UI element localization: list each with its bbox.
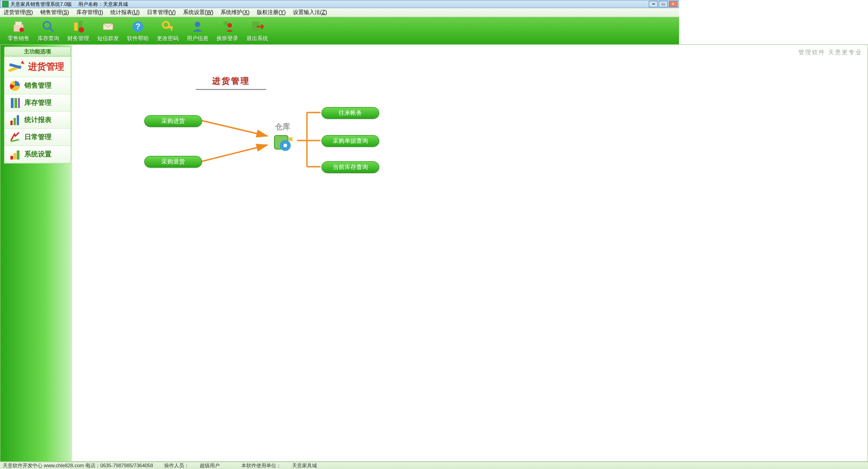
svg-rect-24 bbox=[18, 98, 20, 108]
sidebar-item-label: 库存管理 bbox=[24, 98, 52, 107]
menu-z[interactable]: 设置输入法(Z) bbox=[293, 9, 327, 16]
window-maximize-button[interactable]: ▭ bbox=[659, 1, 668, 7]
svg-text:?: ? bbox=[136, 22, 141, 31]
menu-y[interactable]: 版权注册(Y) bbox=[257, 9, 286, 16]
svg-rect-13 bbox=[171, 28, 172, 31]
toolbar-label: 更改密码 bbox=[157, 35, 179, 42]
toolbar-sms-button[interactable]: 短信群发 bbox=[93, 19, 123, 42]
flow-diagram: 采购进货 采购退货 往来帐务 采购单据查询 当前库存查询 仓库 bbox=[135, 103, 379, 194]
retail-icon bbox=[11, 19, 26, 34]
svg-point-2 bbox=[19, 28, 24, 32]
warehouse-label: 仓库 bbox=[269, 122, 296, 132]
svg-rect-28 bbox=[10, 156, 13, 159]
node-order-query[interactable]: 采购单据查询 bbox=[321, 135, 379, 147]
toolbar-stock-query-button[interactable]: 库存查询 bbox=[33, 19, 63, 42]
toolbar-label: 零售销售 bbox=[8, 35, 29, 42]
svg-point-7 bbox=[79, 27, 84, 33]
toolbar-shift-button[interactable]: 换班登录 bbox=[212, 19, 242, 42]
toolbar-help-button[interactable]: ?软件帮助 bbox=[123, 19, 153, 42]
toolbar-label: 软件帮助 bbox=[127, 35, 149, 42]
main-area: 主功能选项 进货管理 销售管理库存管理统计报表日常管理系统设置 管理软件 天意更… bbox=[0, 44, 679, 361]
sidebar: 主功能选项 进货管理 销售管理库存管理统计报表日常管理系统设置 bbox=[4, 47, 71, 164]
sidebar-item-label: 日常管理 bbox=[24, 133, 52, 141]
daily-icon bbox=[9, 131, 21, 143]
svg-point-16 bbox=[227, 23, 232, 28]
user-info-icon bbox=[190, 19, 205, 34]
sms-icon bbox=[101, 19, 115, 34]
toolbar-finance-button[interactable]: 财务管理 bbox=[63, 19, 93, 42]
stock-query-icon bbox=[41, 19, 56, 34]
toolbar-exit-button[interactable]: 退出系统 bbox=[242, 19, 272, 42]
sidebar-item-settings[interactable]: 系统设置 bbox=[5, 146, 71, 163]
svg-point-15 bbox=[223, 21, 228, 26]
toolbar-password-button[interactable]: 更改密码 bbox=[153, 19, 183, 42]
svg-rect-1 bbox=[15, 22, 22, 25]
sidebar-item-label: 销售管理 bbox=[24, 81, 52, 90]
sidebar-tab[interactable]: 主功能选项 bbox=[4, 47, 71, 56]
toolbar-retail-button[interactable]: 零售销售 bbox=[4, 19, 33, 42]
svg-rect-25 bbox=[10, 121, 13, 125]
svg-marker-20 bbox=[21, 61, 24, 64]
svg-point-14 bbox=[195, 22, 200, 27]
finance-icon bbox=[71, 19, 85, 34]
shift-icon bbox=[220, 19, 235, 34]
node-account[interactable]: 往来帐务 bbox=[321, 107, 379, 119]
sidebar-item-label: 统计报表 bbox=[24, 116, 52, 124]
svg-rect-29 bbox=[14, 153, 16, 159]
warehouse-icon bbox=[272, 133, 293, 152]
menu-r[interactable]: 进货管理(R) bbox=[4, 9, 33, 16]
toolbar-user-info-button[interactable]: 用户信息 bbox=[183, 19, 212, 42]
svg-rect-36 bbox=[289, 137, 292, 141]
svg-rect-22 bbox=[11, 98, 14, 108]
svg-rect-26 bbox=[14, 118, 16, 125]
sidebar-item-label: 系统设置 bbox=[24, 150, 52, 159]
menu-x[interactable]: 系统维护(X) bbox=[221, 9, 250, 16]
menu-i[interactable]: 库存管理(I) bbox=[76, 9, 103, 16]
svg-rect-12 bbox=[167, 26, 173, 28]
pencil-ruler-icon bbox=[7, 59, 25, 75]
sidebar-nav: 进货管理 销售管理库存管理统计报表日常管理系统设置 bbox=[4, 56, 71, 164]
menu-v[interactable]: 日常管理(V) bbox=[147, 9, 176, 16]
sidebar-item-daily[interactable]: 日常管理 bbox=[5, 129, 71, 146]
node-stock-query[interactable]: 当前库存查询 bbox=[321, 161, 379, 173]
toolbar-label: 财务管理 bbox=[67, 35, 89, 42]
svg-point-35 bbox=[283, 144, 287, 147]
toolbar-label: 退出系统 bbox=[246, 35, 268, 42]
node-purchase-in[interactable]: 采购进货 bbox=[144, 115, 202, 127]
window-minimize-button[interactable]: ━ bbox=[649, 1, 658, 7]
flow-title: 进货管理 bbox=[196, 75, 266, 90]
svg-rect-23 bbox=[14, 98, 17, 108]
inventory-icon bbox=[9, 97, 21, 109]
node-purchase-return[interactable]: 采购退货 bbox=[144, 156, 202, 168]
sidebar-item-report[interactable]: 统计报表 bbox=[5, 112, 71, 129]
app-icon bbox=[2, 1, 9, 7]
sidebar-item-inventory[interactable]: 库存管理 bbox=[5, 94, 71, 112]
svg-rect-30 bbox=[17, 150, 19, 159]
menu-u[interactable]: 统计报表(U) bbox=[110, 9, 140, 16]
sidebar-item-sales[interactable]: 销售管理 bbox=[5, 77, 71, 94]
content-area: 管理软件 天意更专业 进货管理 采购进货 采购退货 往来帐务 采购单据查询 当前… bbox=[72, 45, 679, 361]
svg-line-32 bbox=[202, 145, 267, 161]
report-icon bbox=[9, 114, 21, 126]
menu-bar: 进货管理(R)销售管理(S)库存管理(I)统计报表(U)日常管理(V)系统设置(… bbox=[0, 8, 679, 17]
svg-line-31 bbox=[202, 121, 267, 136]
sales-icon bbox=[9, 80, 21, 92]
app-title: 天意家具销售管理系统7.0版 bbox=[10, 1, 72, 8]
toolbar-label: 用户信息 bbox=[187, 35, 208, 42]
toolbar-label: 短信群发 bbox=[97, 35, 119, 42]
toolbar-label: 库存查询 bbox=[38, 35, 59, 42]
user-name: 天意家具城 bbox=[103, 1, 128, 8]
sidebar-active-purchase[interactable]: 进货管理 bbox=[5, 56, 71, 77]
svg-rect-5 bbox=[74, 23, 78, 31]
sidebar-active-label: 进货管理 bbox=[28, 61, 64, 73]
exit-icon bbox=[250, 19, 264, 34]
toolbar-label: 换班登录 bbox=[217, 35, 238, 42]
settings-icon bbox=[9, 149, 21, 160]
user-prefix: 用户名称： bbox=[78, 1, 103, 8]
toolbar: 零售销售库存查询财务管理短信群发?软件帮助更改密码用户信息换班登录退出系统 bbox=[0, 17, 679, 44]
window-close-button[interactable]: ✕ bbox=[669, 1, 678, 7]
password-icon bbox=[160, 19, 175, 34]
menu-s[interactable]: 销售管理(S) bbox=[40, 9, 69, 16]
menu-w[interactable]: 系统设置(W) bbox=[183, 9, 213, 16]
svg-line-4 bbox=[50, 28, 53, 32]
